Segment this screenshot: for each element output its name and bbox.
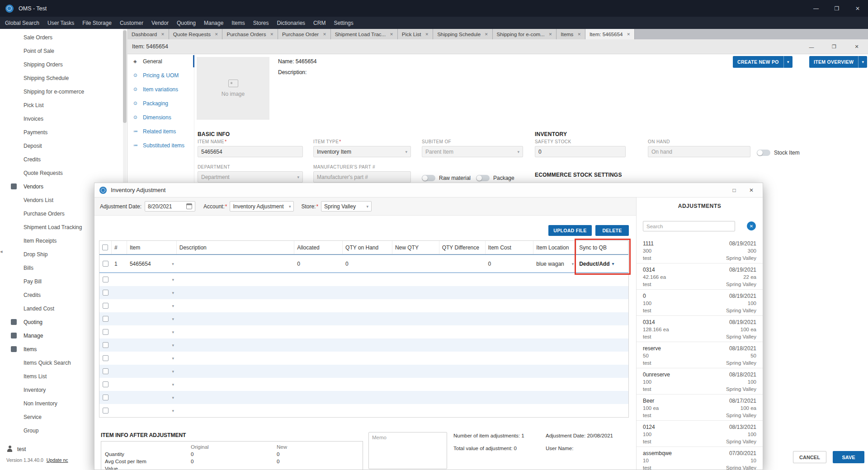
cancel-button[interactable]: CANCEL: [793, 451, 826, 463]
item-nav-item[interactable]: ≔ Related items: [127, 124, 194, 138]
menu-item[interactable]: Quoting: [173, 17, 200, 29]
tab-close-icon[interactable]: ✕: [627, 32, 630, 37]
calendar-icon[interactable]: [186, 203, 192, 209]
row-checkbox[interactable]: [103, 316, 108, 322]
chevron-down-icon[interactable]: ▾: [783, 56, 793, 68]
save-button[interactable]: SAVE: [833, 451, 864, 463]
sidebar-item[interactable]: Pick List: [0, 99, 123, 112]
tab-close-icon[interactable]: ✕: [215, 32, 218, 37]
adjustment-date-input[interactable]: 8/20/2021: [145, 201, 195, 212]
menu-item[interactable]: User Tasks: [43, 17, 78, 29]
modal-close-button[interactable]: ✕: [745, 183, 758, 197]
update-link[interactable]: Update nc: [47, 457, 68, 463]
row-checkbox[interactable]: [103, 303, 108, 309]
item-nav-item[interactable]: ◈ General: [127, 54, 194, 68]
menu-item[interactable]: Customer: [116, 17, 147, 29]
tab[interactable]: Item: 5465654 ✕: [585, 29, 635, 39]
modal-maximize-button[interactable]: □: [727, 183, 741, 197]
row-checkbox[interactable]: [103, 261, 108, 267]
tab-close-icon[interactable]: ✕: [270, 32, 274, 37]
table-row-empty[interactable]: ▾: [99, 299, 628, 312]
chevron-down-icon[interactable]: ▾: [172, 291, 174, 295]
sidebar-item[interactable]: Shipping for e-commerce: [0, 85, 123, 99]
adjustment-entry[interactable]: 031408/19/2021 42.166 ea22 ea testSpring…: [637, 263, 763, 290]
close-button[interactable]: ✕: [847, 0, 868, 17]
chevron-down-icon[interactable]: ▾: [172, 304, 174, 308]
chevron-down-icon[interactable]: ▾: [172, 317, 174, 321]
adjustment-entry[interactable]: Beer08/17/2021 100 ea100 ea testSpring V…: [637, 395, 763, 421]
adjustment-entry[interactable]: assembqwe07/30/2021 1010 testSpring Vall…: [637, 447, 763, 470]
table-row[interactable]: 1 5465654▾ 0 0 0 blue wagan▾ Deduct/Add▾: [99, 254, 628, 273]
chevron-down-icon[interactable]: ▾: [172, 330, 174, 334]
table-row-empty[interactable]: ▾: [99, 404, 628, 417]
store-select[interactable]: Spring Valley ▾: [321, 201, 372, 212]
adjustments-search-input[interactable]: [643, 221, 735, 231]
table-row-empty[interactable]: ▾: [99, 286, 628, 299]
sidebar-item[interactable]: Deposit: [0, 139, 123, 153]
row-checkbox[interactable]: [103, 395, 108, 400]
chevron-down-icon[interactable]: ▾: [172, 395, 174, 400]
adjustment-entry[interactable]: reserve08/18/2021 5050 testSpring Valley: [637, 342, 763, 368]
item-nav-item[interactable]: ⊙ Dimensions: [127, 110, 194, 124]
raw-material-toggle[interactable]: [422, 175, 435, 181]
package-toggle[interactable]: [476, 175, 490, 181]
menu-item[interactable]: Stores: [249, 17, 273, 29]
tab[interactable]: Shipping for e-com... ✕: [493, 29, 557, 39]
adjustment-entry[interactable]: 111108/19/2021 300300 testSpring Valley: [637, 237, 763, 263]
safety-stock-input[interactable]: [535, 146, 626, 157]
chevron-down-icon[interactable]: ▾: [172, 369, 174, 374]
chevron-down-icon[interactable]: ▾: [172, 356, 174, 361]
item-restore-button[interactable]: ❐: [823, 39, 845, 54]
sidebar-scrollbar-thumb[interactable]: [123, 30, 127, 123]
sidebar-collapse-chevron-icon[interactable]: ◂: [0, 246, 5, 256]
maximize-button[interactable]: ❐: [826, 0, 847, 17]
sidebar-item[interactable]: Invoices: [0, 112, 123, 126]
tab[interactable]: Pick List ✕: [398, 29, 433, 39]
adjustment-entry[interactable]: 0unreserve08/18/2021 100100 testSpring V…: [637, 368, 763, 395]
minimize-button[interactable]: —: [806, 0, 826, 17]
table-row-empty[interactable]: ▾: [99, 338, 628, 352]
menu-item[interactable]: Items: [227, 17, 249, 29]
row-checkbox[interactable]: [103, 381, 108, 387]
adjustment-entry[interactable]: 008/19/2021 100100 testSpring Valley: [637, 290, 763, 316]
select-all-checkbox[interactable]: [102, 244, 108, 250]
on-hand-input[interactable]: [648, 146, 750, 157]
row-checkbox[interactable]: [103, 355, 108, 361]
sidebar-item[interactable]: Shipping Orders: [0, 58, 123, 71]
row-checkbox[interactable]: [103, 368, 108, 374]
tab-close-icon[interactable]: ✕: [577, 32, 581, 37]
menu-item[interactable]: File Storage: [78, 17, 116, 29]
delete-button[interactable]: DELETE: [595, 225, 629, 236]
chevron-down-icon[interactable]: ▾: [858, 56, 867, 68]
tab[interactable]: Dashboard ✕: [127, 29, 169, 39]
tab-close-icon[interactable]: ✕: [161, 32, 165, 37]
adjustment-entry[interactable]: 012408/13/2021 100100 testSpring Valley: [637, 421, 763, 447]
item-name-input[interactable]: [198, 146, 303, 157]
user-row[interactable]: test: [6, 446, 26, 452]
sidebar-item[interactable]: Shipping Schedule: [0, 71, 123, 85]
item-overview-button[interactable]: ITEM OVERVIEW ▾: [809, 56, 867, 68]
item-nav-item[interactable]: ≔ Substituted items: [127, 138, 194, 152]
row-checkbox[interactable]: [103, 408, 108, 414]
table-row-empty[interactable]: ▾: [99, 312, 628, 325]
chevron-down-icon[interactable]: ▾: [172, 277, 174, 282]
table-row-empty[interactable]: ▾: [99, 325, 628, 338]
item-nav-item[interactable]: ⊙ Pricing & UOM: [127, 68, 194, 82]
tab[interactable]: Items ✕: [557, 29, 585, 39]
item-nav-item[interactable]: ⊙ Packaging: [127, 96, 194, 110]
item-cell[interactable]: 5465654▾: [127, 261, 177, 267]
memo-input[interactable]: [368, 432, 447, 469]
sidebar-item[interactable]: Payments: [0, 126, 123, 139]
create-new-po-button[interactable]: CREATE NEW PO ▾: [733, 56, 793, 68]
chevron-down-icon[interactable]: ▾: [172, 262, 174, 266]
sidebar-item[interactable]: Quote Requests: [0, 166, 123, 180]
menu-item[interactable]: CRM: [309, 17, 330, 29]
tab[interactable]: Quote Requests ✕: [169, 29, 223, 39]
chevron-down-icon[interactable]: ▾: [172, 409, 174, 413]
tab-close-icon[interactable]: ✕: [323, 32, 326, 37]
tab[interactable]: Shipment Load Trac... ✕: [331, 29, 398, 39]
menu-item[interactable]: Manage: [200, 17, 227, 29]
row-checkbox[interactable]: [103, 290, 108, 296]
stock-item-toggle[interactable]: [757, 150, 770, 156]
row-checkbox[interactable]: [103, 277, 108, 282]
